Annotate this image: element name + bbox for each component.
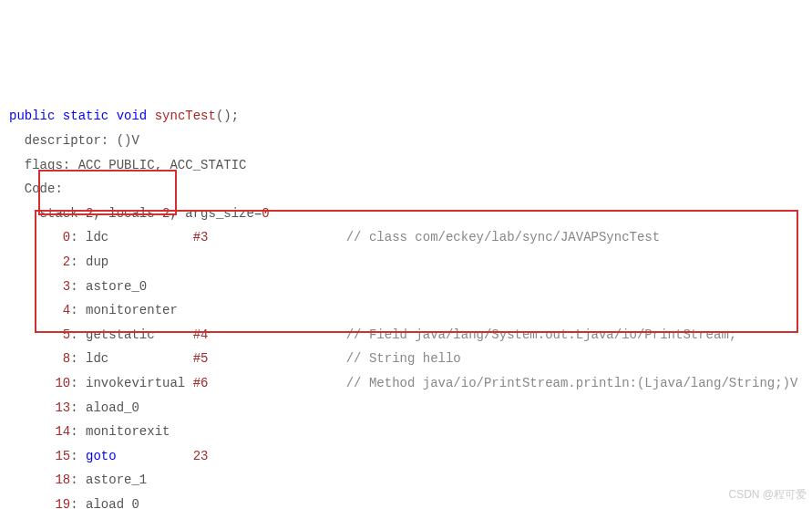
op: ldc [86,230,108,244]
op: astore_0 [86,279,147,294]
instr-13: 13: aload_0 [9,396,803,421]
arg: #5 [193,351,209,366]
instr-8: 8: ldc #5 // String hello [9,347,803,371]
kw-static: static [63,109,108,123]
comment: // Method java/io/PrintStream.println:(L… [346,376,798,390]
instr-0: 0: ldc #3 // class com/eckey/lab/sync/JA… [9,225,803,250]
descriptor-label: descriptor: [25,133,108,148]
instr-19: 19: aload_0 [9,493,803,509]
op: astore_1 [86,473,147,487]
idx: 15 [55,449,70,463]
op: dup [86,254,108,269]
op: monitorexit [86,424,170,439]
comment: // class com/eckey/lab/sync/JAVAPSyncTes… [346,230,660,244]
watermark: CSDN @程可爱 [728,484,807,505]
method-name: syncTest [155,109,216,123]
args-val: 0 [262,206,269,221]
idx: 0 [63,230,70,244]
idx: 8 [63,351,70,366]
args-lhs: args_size [185,206,254,221]
kw-public: public [9,109,55,123]
signature-line: public static void syncTest(); [9,104,803,129]
descriptor-line: descriptor: ()V [9,129,803,153]
op: monitorenter [86,303,178,317]
idx: 13 [55,400,70,415]
idx: 5 [63,327,70,342]
idx: 2 [63,254,70,269]
instr-3: 3: astore_0 [9,275,803,299]
idx: 10 [55,376,70,390]
comment: // String hello [346,351,461,366]
stack-line: stack=2, locals=2, args_size=0 [9,202,803,226]
op-goto: goto [86,449,117,463]
kw-void: void [117,109,148,123]
idx: 4 [63,303,70,317]
instr-5: 5: getstatic #4 // Field java/lang/Syste… [9,323,803,348]
instr-4: 4: monitorenter [9,298,803,323]
arg: #3 [193,230,209,244]
instr-2: 2: dup [9,250,803,275]
idx: 19 [55,497,70,509]
arg: #4 [193,327,209,342]
instr-15: 15: goto 23 [9,444,803,469]
op: ldc [86,351,108,366]
flags-line: flags: ACC_PUBLIC, ACC_STATIC [9,153,803,178]
descriptor-value: ()V [117,133,139,148]
arg: 23 [193,449,209,463]
idx: 14 [55,424,70,439]
code-label-line: Code: [9,177,803,202]
comment: // Field java/lang/System.out:Ljava/io/P… [346,327,736,342]
flags-value: ACC_PUBLIC, ACC_STATIC [78,158,247,172]
instr-18: 18: astore_1 [9,468,803,493]
instr-14: 14: monitorexit [9,420,803,444]
op: getstatic [86,327,155,342]
op: aload_0 [86,400,139,415]
op: invokevirtual [86,376,185,390]
locals-lhs: locals [108,206,154,221]
idx: 18 [55,473,70,487]
instr-10: 10: invokevirtual #6 // Method java/io/P… [9,371,803,396]
op: aload_0 [86,497,139,509]
flags-label: flags: [25,158,70,172]
idx: 3 [63,279,70,294]
stack-lhs: stack [40,206,78,221]
code-label: Code: [25,182,63,196]
arg: #6 [193,376,209,390]
parens: (); [216,109,239,123]
